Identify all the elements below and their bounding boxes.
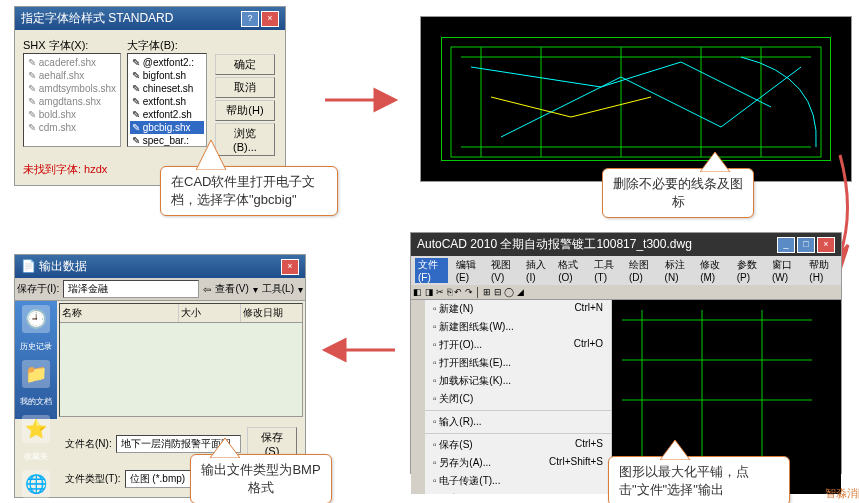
tools-menu[interactable]: 工具(L) (262, 282, 294, 296)
callout-pointer (196, 140, 226, 170)
callout-pointer (660, 440, 690, 460)
big-font-list[interactable]: ✎ @extfont2.:✎ bigfont.sh✎ chineset.sh✎ … (127, 53, 207, 147)
min-icon[interactable]: _ (777, 237, 795, 253)
callout-step3: 图形以最大化平铺，点击"文件"选择"输出 (608, 456, 790, 503)
font-dialog-title: 指定字体给样式 STANDARD ? × (15, 7, 285, 30)
filename-label: 文件名(N): (65, 437, 112, 451)
help-button[interactable]: 帮助(H) (215, 100, 275, 121)
filetype-label: 文件类型(T): (65, 472, 121, 486)
autocad-menubar[interactable]: 文件(F)编辑(E)视图(V)插入(I)格式(O)工具(T)绘图(D)标注(N)… (411, 256, 841, 285)
cancel-button[interactable]: 取消 (215, 77, 275, 98)
shx-label: SHX 字体(X): (23, 38, 121, 53)
callout-pointer (700, 152, 730, 172)
callout-step2: 删除不必要的线条及图标 (602, 168, 754, 218)
max-icon[interactable]: □ (797, 237, 815, 253)
ok-button[interactable]: 确定 (215, 54, 275, 75)
file-menu-dropdown[interactable]: ▫ 新建(N)Ctrl+N▫ 新建图纸集(W)...▫ 打开(O)...Ctrl… (425, 300, 612, 494)
close-icon[interactable]: × (281, 259, 299, 275)
close-icon[interactable]: × (817, 237, 835, 253)
folder-combo[interactable]: 瑞泽金融 (63, 280, 199, 298)
col-size[interactable]: 大小 (179, 304, 241, 322)
close-icon[interactable]: × (261, 11, 279, 27)
bigfont-label: 大字体(B): (127, 38, 207, 53)
back-icon[interactable]: ⇦ (203, 284, 211, 295)
svg-rect-0 (451, 47, 821, 157)
autocad-toolbar[interactable]: ◧ ◨ ✂ ⎘ ↶ ↷ │ ⊞ ⊟ ◯ ◢ (411, 285, 841, 300)
col-date[interactable]: 修改日期 (241, 304, 302, 322)
cad-drawing-view (420, 16, 852, 182)
file-list-area[interactable]: 名称 大小 修改日期 (59, 303, 303, 417)
shx-font-list[interactable]: ✎ acaderef.shx✎ aehalf.shx✎ amdtsymbols.… (23, 53, 121, 147)
watermark: 智淼消防zmjaxf.com (813, 486, 859, 503)
savein-label: 保存于(I): (17, 282, 59, 296)
flow-arrow-left (320, 330, 400, 370)
callout-pointer (210, 438, 240, 458)
flow-arrow-right (320, 80, 400, 120)
places-sidebar[interactable]: 🕘历史记录📁我的文档⭐收藏夹🌐FTP🖥桌面 (15, 301, 57, 419)
callout-step1: 在CAD软件里打开电子文档，选择字体"gbcbig" (160, 166, 338, 216)
callout-step4: 输出文件类型为BMP格式 (190, 454, 332, 503)
col-name[interactable]: 名称 (60, 304, 179, 322)
export-dialog-title: 📄 输出数据 × (15, 255, 305, 278)
views-menu[interactable]: 查看(V) (215, 282, 248, 296)
autocad-titlebar: AutoCAD 2010 全期自动报警镀工100817_t300.dwg _□× (411, 233, 841, 256)
help-icon[interactable]: ? (241, 11, 259, 27)
